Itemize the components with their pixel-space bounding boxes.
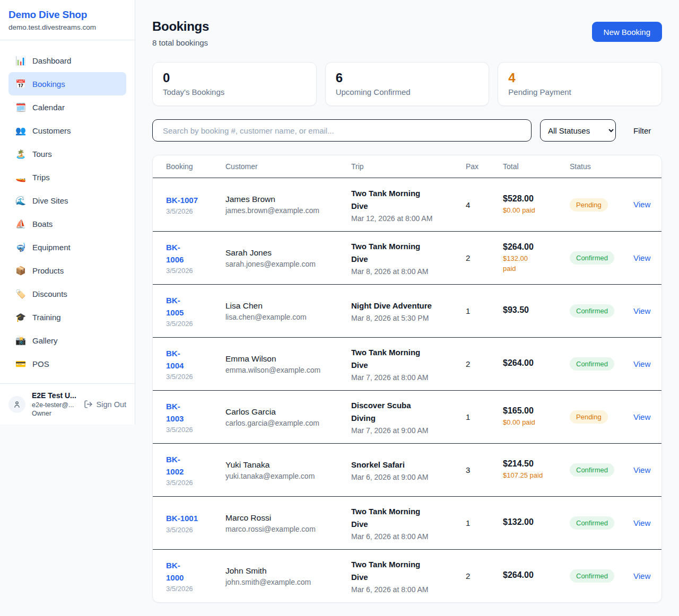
view-link[interactable]: View xyxy=(633,253,650,262)
trip-name: Two Tank Morning Dive xyxy=(351,505,435,531)
sidebar-item-bookings[interactable]: 📅 Bookings xyxy=(8,72,126,95)
actions-cell: View xyxy=(633,518,650,528)
package-icon: 📦 xyxy=(15,266,26,276)
stat-label: Upcoming Confirmed xyxy=(336,87,479,96)
total-cell: $264.00 xyxy=(503,570,570,582)
main-content: Bookings 8 total bookings New Booking 0 … xyxy=(135,0,679,616)
trip-name: Discover Scuba Diving xyxy=(351,399,435,425)
actions-cell: View xyxy=(633,412,650,422)
customer-cell: Sarah Jones sarah.jones@example.com xyxy=(225,248,351,268)
user-name: E2E Test U... xyxy=(32,391,76,400)
shop-name: Demo Dive Shop xyxy=(8,9,126,21)
stat-value: 6 xyxy=(336,71,479,85)
search-input[interactable] xyxy=(152,119,532,142)
view-link[interactable]: View xyxy=(633,518,650,527)
stat-label: Today's Bookings xyxy=(163,87,306,96)
paid-amount: $107.25 paid xyxy=(503,471,570,481)
people-icon: 👥 xyxy=(15,126,26,136)
sidebar-item-gallery[interactable]: 📸 Gallery xyxy=(8,329,126,352)
sidebar-item-pos[interactable]: 💳 POS xyxy=(8,352,126,375)
view-link[interactable]: View xyxy=(633,412,650,421)
sidebar-item-training[interactable]: 🎓 Training xyxy=(8,305,126,329)
booking-number-link[interactable]: BK-1005 xyxy=(166,294,225,319)
trip-cell: Two Tank Morning Dive Mar 6, 2026 at 8:0… xyxy=(351,505,466,541)
dashboard-icon: 📊 xyxy=(15,56,26,66)
diving-mask-icon: 🤿 xyxy=(15,242,26,252)
sidebar-item-products[interactable]: 📦 Products xyxy=(8,259,126,282)
status-filter-select[interactable]: All Statuses xyxy=(540,119,616,142)
sign-out-button[interactable]: Sign Out xyxy=(84,400,126,409)
booking-number-link[interactable]: BK-1002 xyxy=(166,453,225,478)
trip-name: Two Tank Morning Dive xyxy=(351,187,435,213)
status-badge: Confirmed xyxy=(570,251,614,265)
sidebar-item-dashboard[interactable]: 📊 Dashboard xyxy=(8,49,126,72)
status-badge: Pending xyxy=(570,198,608,212)
sidebar-item-customers[interactable]: 👥 Customers xyxy=(8,119,126,142)
booking-number-link[interactable]: BK-1003 xyxy=(166,400,225,425)
filter-controls: All Statuses Filter xyxy=(152,119,662,142)
trip-datetime: Mar 8, 2026 at 8:00 AM xyxy=(351,267,466,276)
total-cell: $264.00 $132.00paid xyxy=(503,242,570,274)
stat-label: Pending Payment xyxy=(508,87,651,96)
booking-number-link[interactable]: BK-1006 xyxy=(166,241,225,266)
view-link[interactable]: View xyxy=(633,571,650,580)
sidebar-item-trips[interactable]: 🚤 Trips xyxy=(8,165,126,189)
customer-name: Sarah Jones xyxy=(225,248,351,258)
booking-number-link[interactable]: BK-1004 xyxy=(166,347,225,372)
booking-cell: BK-1003 3/5/2026 xyxy=(166,400,225,434)
table-header-row: Booking Customer Trip Pax Total Status xyxy=(153,155,661,178)
pax-count: 2 xyxy=(466,253,503,262)
view-link[interactable]: View xyxy=(633,359,650,368)
camera-icon: 📸 xyxy=(15,336,26,346)
filter-button[interactable]: Filter xyxy=(625,126,659,135)
sidebar-item-label: Dive Sites xyxy=(32,196,68,205)
sidebar-item-label: Calendar xyxy=(32,103,65,112)
table-row: BK-1003 3/5/2026 Carlos Garcia carlos.ga… xyxy=(153,390,661,443)
tag-icon: 🏷️ xyxy=(15,289,26,299)
sidebar-item-calendar[interactable]: 🗓️ Calendar xyxy=(8,95,126,119)
booking-number-link[interactable]: BK-1000 xyxy=(166,559,225,584)
booking-date: 3/5/2026 xyxy=(166,585,225,593)
booking-number-link[interactable]: BK-1007 xyxy=(166,194,225,206)
sidebar-item-dive-sites[interactable]: 🌊 Dive Sites xyxy=(8,189,126,212)
view-link[interactable]: View xyxy=(633,306,650,315)
bookings-table: Booking Customer Trip Pax Total Status B… xyxy=(152,155,662,603)
total-amount: $264.00 xyxy=(503,570,570,580)
trip-name: Two Tank Morning Dive xyxy=(351,240,435,266)
status-cell: Confirmed xyxy=(570,304,633,318)
status-badge: Confirmed xyxy=(570,569,614,583)
sidebar-nav: 📊 Dashboard 📅 Bookings 🗓️ Calendar 👥 Cus… xyxy=(0,40,135,383)
status-cell: Confirmed xyxy=(570,251,633,265)
trip-cell: Two Tank Morning Dive Mar 8, 2026 at 8:0… xyxy=(351,240,466,276)
sidebar-item-equipment[interactable]: 🤿 Equipment xyxy=(8,235,126,259)
column-header-total: Total xyxy=(503,162,570,171)
view-link[interactable]: View xyxy=(633,200,650,209)
sidebar-item-tours[interactable]: 🏝️ Tours xyxy=(8,142,126,165)
pax-count: 1 xyxy=(466,306,503,315)
view-link[interactable]: View xyxy=(633,465,650,474)
sidebar-item-discounts[interactable]: 🏷️ Discounts xyxy=(8,282,126,305)
stat-card-pending-payment: 4 Pending Payment xyxy=(498,62,662,106)
booking-number-link[interactable]: BK-1001 xyxy=(166,512,225,524)
actions-cell: View xyxy=(633,359,650,369)
table-row: BK-1001 3/5/2026 Marco Rossi marco.rossi… xyxy=(153,496,661,549)
total-cell: $528.00 $0.00 paid xyxy=(503,194,570,216)
trip-cell: Discover Scuba Diving Mar 7, 2026 at 9:0… xyxy=(351,399,466,435)
trip-datetime: Mar 6, 2026 at 8:00 AM xyxy=(351,532,466,541)
customer-name: Emma Wilson xyxy=(225,354,351,364)
trip-cell: Two Tank Morning Dive Mar 6, 2026 at 8:0… xyxy=(351,558,466,594)
booking-date: 3/5/2026 xyxy=(166,479,225,487)
customer-email: john.smith@example.com xyxy=(225,578,351,586)
trip-name: Snorkel Safari xyxy=(351,459,435,471)
total-amount: $132.00 xyxy=(503,517,570,527)
status-badge: Pending xyxy=(570,410,608,424)
pax-count: 3 xyxy=(466,465,503,474)
pax-count: 1 xyxy=(466,412,503,421)
trip-cell: Two Tank Morning Dive Mar 7, 2026 at 8:0… xyxy=(351,346,466,382)
pax-count: 2 xyxy=(466,359,503,368)
shop-domain: demo.test.divestreams.com xyxy=(8,23,126,31)
sidebar-item-boats[interactable]: ⛵ Boats xyxy=(8,212,126,235)
new-booking-button[interactable]: New Booking xyxy=(592,22,662,42)
stat-card-todays-bookings: 0 Today's Bookings xyxy=(152,62,317,106)
booking-cell: BK-1006 3/5/2026 xyxy=(166,241,225,275)
